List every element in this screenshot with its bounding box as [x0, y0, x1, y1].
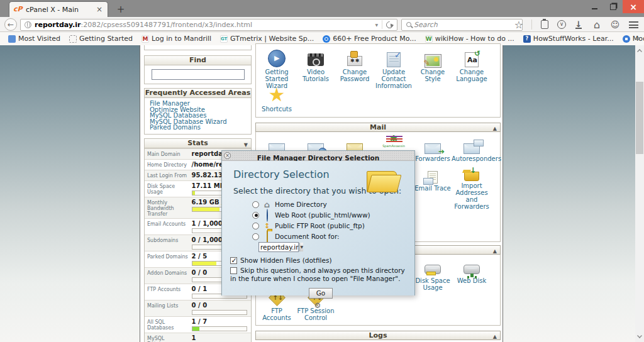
- back-button[interactable]: [4, 18, 17, 31]
- disk-space-usage[interactable]: Disk Space Usage: [413, 257, 453, 291]
- search-input[interactable]: [414, 21, 522, 29]
- option-home-directory[interactable]: Home Directory: [252, 200, 327, 209]
- usage-bar: [192, 326, 247, 331]
- spamassassin[interactable]: SpamAssassin: [374, 135, 414, 148]
- password-icon: [347, 56, 362, 66]
- link-parked-domains[interactable]: Parked Domains: [150, 124, 246, 131]
- email-trace[interactable]: Email Trace: [413, 165, 453, 192]
- bookmark-product-mockups[interactable]: 660+ Free Product Mo...: [319, 33, 419, 45]
- stat-row: Mailing Lists0 / 0: [145, 300, 251, 316]
- bookmark-gtmetrix[interactable]: GTmetrix | Website Sp...: [217, 33, 317, 45]
- skip-question-option[interactable]: Skip this question, and always open this…: [230, 267, 413, 283]
- contact-icon: [387, 52, 401, 67]
- usage-bar: [192, 310, 247, 315]
- close-button[interactable]: [623, 0, 644, 13]
- page-scrollbar[interactable]: [635, 45, 644, 342]
- small-folder-icon: [267, 230, 268, 243]
- home-icon[interactable]: [591, 19, 602, 30]
- import-icon: [464, 172, 479, 181]
- search-icon[interactable]: [406, 22, 411, 27]
- globe-icon: [267, 209, 268, 222]
- find-header: Find: [145, 56, 251, 65]
- toolbar-divider: [531, 19, 532, 30]
- downloads-icon[interactable]: [573, 19, 584, 30]
- site-identity-icon[interactable]: [25, 21, 31, 28]
- url-path: :2082/cpsess5091487791/frontend/x3/index…: [81, 21, 372, 29]
- radio-document-root[interactable]: [252, 233, 259, 240]
- cpanel-favicon: cP: [13, 5, 23, 14]
- style-icon: [425, 55, 441, 67]
- change-password[interactable]: Change Password: [335, 48, 375, 82]
- browser-tab[interactable]: cP cPanel X - Main: [9, 1, 108, 17]
- show-hidden-files-option[interactable]: Show Hidden Files (dotfiles): [230, 256, 332, 265]
- bookmark-mandrill[interactable]: Log in to Mandrill: [138, 33, 214, 45]
- change-style[interactable]: Change Style: [413, 48, 453, 82]
- find-input[interactable]: [152, 69, 245, 80]
- home-directory-icon: [262, 200, 272, 209]
- radio-home[interactable]: [252, 201, 259, 208]
- show-hidden-checkbox[interactable]: [230, 257, 237, 264]
- folder-icon: [365, 168, 398, 194]
- option-web-root[interactable]: Web Root (public_html/www): [252, 211, 370, 219]
- url-divider: [382, 20, 382, 29]
- bookmarks-overflow-icon[interactable]: »: [636, 34, 640, 43]
- star-icon: [269, 86, 286, 104]
- pocket-icon[interactable]: [557, 20, 566, 29]
- search-bar[interactable]: [401, 19, 523, 31]
- scroll-down-icon[interactable]: [637, 333, 642, 338]
- domain-select[interactable]: reportday.ir: [258, 242, 299, 252]
- default-favicon: [69, 35, 77, 43]
- bookmark-howstuffworks[interactable]: HowStuffWorks - Lear...: [520, 33, 617, 45]
- stat-row: MySQL Databases1: [145, 333, 251, 342]
- minimize-button[interactable]: [585, 0, 604, 13]
- bookmark-mockup-generator[interactable]: Mockup Generator! St...: [619, 33, 644, 45]
- mandrill-icon: [142, 35, 149, 43]
- shortcuts[interactable]: Shortcuts: [257, 86, 297, 113]
- wikihow-icon: [425, 35, 433, 43]
- dialog-titlebar[interactable]: File Manager Directory Selection: [222, 151, 414, 161]
- go-button[interactable]: Go: [309, 288, 333, 299]
- url-bar[interactable]: reportday.ir :2082/cpsess5091487791/fron…: [20, 19, 397, 31]
- radio-web-root[interactable]: [252, 212, 259, 219]
- scroll-up-icon[interactable]: [637, 49, 642, 54]
- wizard-icon: [268, 50, 286, 67]
- file-manager-directory-selection-dialog: File Manager Directory Selection Directo…: [221, 150, 415, 295]
- find-panel: Find: [144, 55, 252, 84]
- tab-close-icon[interactable]: [95, 5, 104, 14]
- bookmark-wikihow[interactable]: wikiHow - How to do ...: [422, 33, 518, 45]
- menu-icon[interactable]: [629, 21, 638, 28]
- restore-button[interactable]: [604, 0, 623, 13]
- reload-icon[interactable]: [385, 19, 395, 30]
- scrollbar-thumb[interactable]: [636, 82, 643, 154]
- navigation-bar: reportday.ir :2082/cpsess5091487791/fron…: [0, 17, 644, 32]
- window-controls: [585, 0, 644, 13]
- howstuffworks-icon: [523, 35, 531, 43]
- collapse-icon[interactable]: [493, 333, 497, 341]
- change-language[interactable]: Change Language: [452, 48, 492, 82]
- new-tab-button[interactable]: [113, 3, 128, 16]
- import-addresses[interactable]: Import Addresses and Forwarders: [452, 162, 492, 210]
- video-tutorials[interactable]: Video Tutorials: [296, 48, 336, 82]
- bookmarks-menu-icon[interactable]: [541, 20, 548, 29]
- dialog-close-icon[interactable]: [224, 152, 231, 159]
- option-document-root[interactable]: Document Root for:: [252, 232, 340, 241]
- skip-question-checkbox[interactable]: [230, 267, 237, 274]
- bookmark-most-visited[interactable]: Most Visited: [5, 33, 64, 45]
- stats-header: Stats: [145, 139, 251, 148]
- hello-icon[interactable]: [609, 19, 621, 30]
- url-dropdown-icon[interactable]: [371, 23, 382, 27]
- radio-ftp-root[interactable]: [252, 223, 259, 229]
- select-dropdown-icon[interactable]: [299, 243, 303, 251]
- gtmetrix-icon: [220, 35, 228, 43]
- update-contact-information[interactable]: Update Contact Information: [374, 48, 414, 89]
- spamassassin-icon: SpamAssassin: [374, 135, 414, 148]
- dialog-heading: Directory Selection: [233, 168, 330, 180]
- web-disk[interactable]: Web Disk: [452, 257, 492, 284]
- bookmark-getting-started[interactable]: Getting Started: [66, 33, 136, 45]
- autoresponders[interactable]: Autoresponders: [452, 135, 492, 162]
- forwarders[interactable]: Forwarders: [413, 135, 453, 162]
- mail-header: Mail: [255, 123, 501, 132]
- bookmark-star-icon[interactable]: [513, 19, 525, 30]
- language-icon: [465, 52, 479, 67]
- autoresponders-icon: [464, 143, 480, 154]
